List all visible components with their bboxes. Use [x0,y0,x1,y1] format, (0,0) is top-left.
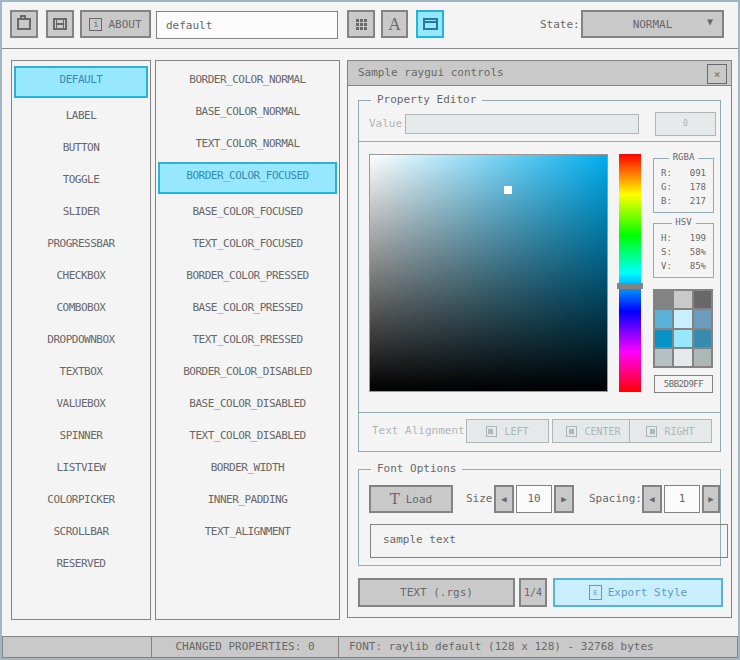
swatch-border-focused[interactable] [655,310,672,327]
b-value: 217 [690,194,706,208]
export-style-button[interactable]: E Export Style [553,578,723,607]
prop-text-alignment[interactable]: TEXT_ALIGNMENT [158,518,337,546]
font-options-group: Font Options T Load Size: ◀ 10 ▶ Spacing… [358,469,721,566]
align-center-icon [566,426,577,437]
grid-mode-button[interactable] [347,10,375,38]
align-right-button[interactable]: RIGHT [629,419,712,443]
about-button-label: ABOUT [108,18,141,31]
list-item-dropdownbox[interactable]: DROPDOWNBOX [14,326,148,354]
swatch-border-pressed[interactable] [655,330,672,347]
export-format-button[interactable]: TEXT (.rgs) [358,578,515,607]
prop-border-color-focused[interactable]: BORDER_COLOR_FOCUSED [158,162,337,194]
prop-border-width[interactable]: BORDER_WIDTH [158,454,337,482]
b-label: B: [661,194,672,208]
g-label: G: [661,180,672,194]
prop-text-color-focused[interactable]: TEXT_COLOR_FOCUSED [158,230,337,258]
state-dropdown[interactable]: NORMAL ▼ [581,10,724,38]
swatch-border-disabled[interactable] [655,349,672,366]
swatch-text-normal[interactable] [694,291,711,308]
close-button[interactable]: × [707,64,727,84]
font-load-button[interactable]: T Load [369,485,453,513]
align-left-icon [486,426,497,437]
prop-border-color-pressed[interactable]: BORDER_COLOR_PRESSED [158,262,337,290]
spacing-value-box[interactable]: 1 [664,485,700,513]
value-input[interactable] [405,114,639,134]
state-dropdown-value: NORMAL [633,18,673,31]
prop-border-color-normal[interactable]: BORDER_COLOR_NORMAL [158,66,337,94]
h-label: H: [661,231,672,245]
font-letter-icon: A [389,15,401,34]
align-right-label: RIGHT [664,426,694,437]
save-style-button[interactable] [46,10,74,38]
align-center-button[interactable]: CENTER [552,419,635,443]
hsv-row-s: S: 58% [654,245,713,259]
hsv-group: HSV H: 199 S: 58% V: 85% [653,223,714,278]
list-item-slider[interactable]: SLIDER [14,198,148,226]
list-item-scrollbar[interactable]: SCROLLBAR [14,518,148,546]
size-decrement-button[interactable]: ◀ [494,485,514,513]
font-mode-button[interactable]: A [381,10,408,38]
spacing-increment-button[interactable]: ▶ [702,485,720,513]
prop-inner-padding[interactable]: INNER_PADDING [158,486,337,514]
size-value-box[interactable]: 10 [516,485,552,513]
swatch-base-pressed[interactable] [674,330,691,347]
list-item-progressbar[interactable]: PROGRESSBAR [14,230,148,258]
list-item-reserved[interactable]: RESERVED [14,550,148,578]
spin-right-icon: ▶ [561,494,566,504]
about-button[interactable]: i ABOUT [80,10,151,38]
align-left-button[interactable]: LEFT [466,419,549,443]
window-mode-button[interactable] [416,10,444,38]
swatch-text-pressed[interactable] [694,330,711,347]
list-item-listview[interactable]: LISTVIEW [14,454,148,482]
open-style-button[interactable] [10,10,38,38]
list-item-combobox[interactable]: COMBOBOX [14,294,148,322]
color-picker-marker[interactable] [504,186,512,194]
color-picker-panel[interactable] [369,154,608,392]
hex-value-box[interactable]: 5BB2D9FF [654,375,713,393]
style-name-input[interactable] [156,11,338,39]
s-label: S: [661,245,672,259]
list-item-default[interactable]: DEFAULT [14,66,148,98]
prop-text-color-pressed[interactable]: TEXT_COLOR_PRESSED [158,326,337,354]
swatch-base-normal[interactable] [674,291,691,308]
size-increment-button[interactable]: ▶ [554,485,574,513]
prop-border-color-disabled[interactable]: BORDER_COLOR_DISABLED [158,358,337,386]
list-item-valuebox[interactable]: VALUEBOX [14,390,148,418]
rgba-group: RGBA R: 091 G: 178 B: 217 [653,158,714,213]
prop-base-color-disabled[interactable]: BASE_COLOR_DISABLED [158,390,337,418]
spin-left-icon: ◀ [501,494,506,504]
statusbar-left [2,636,152,658]
hue-bar[interactable] [619,154,641,392]
list-item-checkbox[interactable]: CHECKBOX [14,262,148,290]
value-apply-button[interactable]: 0 [655,112,716,136]
hue-slider-handle[interactable] [617,283,643,289]
font-load-icon: T [390,490,400,508]
value-label: Value: [369,117,409,130]
list-item-textbox[interactable]: TEXTBOX [14,358,148,386]
rgba-row-b: B: 217 [654,194,713,208]
swatch-text-disabled[interactable] [694,349,711,366]
prop-base-color-normal[interactable]: BASE_COLOR_NORMAL [158,98,337,126]
prop-text-color-normal[interactable]: TEXT_COLOR_NORMAL [158,130,337,158]
list-item-label[interactable]: LABEL [14,102,148,130]
info-icon: i [89,18,102,31]
list-item-button[interactable]: BUTTON [14,134,148,162]
swatch-base-disabled[interactable] [674,349,691,366]
sample-text-box[interactable]: sample text [370,524,728,558]
prop-text-color-disabled[interactable]: TEXT_COLOR_DISABLED [158,422,337,450]
swatch-text-focused[interactable] [694,310,711,327]
swatch-base-focused[interactable] [674,310,691,327]
s-value: 58% [690,245,706,259]
spacing-decrement-button[interactable]: ◀ [642,485,662,513]
format-page-indicator[interactable]: 1/4 [519,578,547,607]
prop-base-color-pressed[interactable]: BASE_COLOR_PRESSED [158,294,337,322]
folder-icon [17,18,31,30]
window-titlebar[interactable]: Sample raygui controls × [348,61,731,86]
v-value: 85% [690,259,706,273]
list-item-spinner[interactable]: SPINNER [14,422,148,450]
list-item-toggle[interactable]: TOGGLE [14,166,148,194]
prop-base-color-focused[interactable]: BASE_COLOR_FOCUSED [158,198,337,226]
swatch-border-normal[interactable] [655,291,672,308]
close-icon: × [714,63,721,86]
list-item-colorpicker[interactable]: COLORPICKER [14,486,148,514]
